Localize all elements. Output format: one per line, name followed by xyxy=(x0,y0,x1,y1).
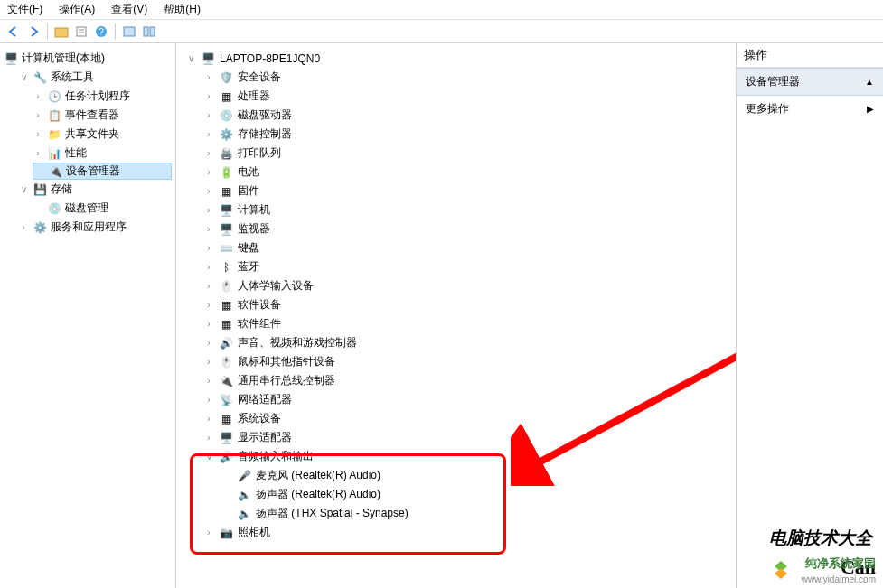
properties-icon[interactable] xyxy=(73,23,89,40)
collapse-icon[interactable]: ∨ xyxy=(18,184,29,194)
expand-icon[interactable]: › xyxy=(203,262,214,272)
device-icon: 💿 xyxy=(219,108,233,123)
dev-item[interactable]: ›🖱️人体学输入设备 xyxy=(203,276,736,295)
tree-services[interactable]: ›⚙️服务和应用程序 xyxy=(18,218,172,237)
collapse-icon[interactable]: ∨ xyxy=(18,72,29,82)
device-icon: ▦ xyxy=(219,412,233,426)
tree-root[interactable]: 🖥️计算机管理(本地) xyxy=(4,49,172,68)
dev-item[interactable]: ›💿磁盘驱动器 xyxy=(203,106,736,125)
back-icon[interactable] xyxy=(5,23,22,40)
dev-item[interactable]: ›🛡️安全设备 xyxy=(203,68,736,87)
expand-icon[interactable]: › xyxy=(203,338,214,348)
device-icon: ▦ xyxy=(219,298,233,313)
label: 电池 xyxy=(238,164,259,180)
label: 安全设备 xyxy=(238,70,281,85)
expand-icon[interactable]: › xyxy=(33,129,43,139)
collapse-icon[interactable]: ∨ xyxy=(185,53,196,63)
forward-icon[interactable] xyxy=(25,23,42,40)
dev-root[interactable]: ∨🖥️LAPTOP-8PE1JQN0 xyxy=(185,49,736,68)
tree-tasksched[interactable]: ›🕒任务计划程序 xyxy=(33,87,172,106)
expand-icon[interactable]: › xyxy=(203,224,214,234)
label: 音频输入和输出 xyxy=(238,449,314,464)
tree-devmgr-selected[interactable]: 🔌设备管理器 xyxy=(33,163,172,180)
dev-item[interactable]: ›▦固件 xyxy=(203,182,736,201)
tree-shared[interactable]: ›📁共享文件夹 xyxy=(33,125,172,144)
expand-icon[interactable]: › xyxy=(203,357,214,367)
expand-icon[interactable]: › xyxy=(203,243,214,253)
storage-icon: 💾 xyxy=(33,182,47,197)
expand-icon[interactable]: › xyxy=(33,91,43,101)
menu-help[interactable]: 帮助(H) xyxy=(164,2,201,17)
expand-icon[interactable]: › xyxy=(203,376,214,386)
tree-eventviewer[interactable]: ›📋事件查看器 xyxy=(33,106,172,125)
dev-item[interactable]: ›🖥️计算机 xyxy=(203,201,736,219)
menu-view[interactable]: 查看(V) xyxy=(111,2,147,17)
device-icon: 🔊 xyxy=(219,336,233,350)
menu-file[interactable]: 文件(F) xyxy=(7,2,42,17)
device-icon: ▦ xyxy=(219,89,233,104)
tree-storage[interactable]: ∨💾存储 xyxy=(18,180,172,199)
dev-item[interactable]: ›🖱️鼠标和其他指针设备 xyxy=(203,352,736,371)
tree-systools[interactable]: ∨🔧系统工具 xyxy=(18,68,172,87)
folder-icon[interactable] xyxy=(53,23,70,40)
dev-item[interactable]: ›▦处理器 xyxy=(203,87,736,106)
expand-icon[interactable]: › xyxy=(203,91,214,101)
expand-icon[interactable]: › xyxy=(203,433,214,443)
label: 事件查看器 xyxy=(65,107,119,123)
dev-item[interactable]: ›▦软件设备 xyxy=(203,295,736,314)
expand-icon[interactable]: › xyxy=(203,395,214,405)
expand-icon[interactable]: › xyxy=(203,205,214,215)
dev-item[interactable]: ›🔋电池 xyxy=(203,163,736,182)
tree-diskmgmt[interactable]: 💿磁盘管理 xyxy=(33,199,172,218)
tree-perf[interactable]: ›📊性能 xyxy=(33,144,172,163)
expand-icon[interactable]: › xyxy=(203,148,214,158)
dev-mic[interactable]: 🎤麦克风 (Realtek(R) Audio) xyxy=(221,466,736,485)
dev-item[interactable]: ›ᛒ蓝牙 xyxy=(203,257,736,276)
device-tree[interactable]: ∨🖥️LAPTOP-8PE1JQN0 ›🛡️安全设备›▦处理器›💿磁盘驱动器›⚙… xyxy=(176,43,736,547)
expand-icon[interactable]: › xyxy=(203,319,214,329)
dev-audio[interactable]: ∨🔊音频输入和输出 xyxy=(203,447,736,466)
dev-item[interactable]: ›▦软件组件 xyxy=(203,314,736,333)
dev-item[interactable]: ›🔌通用串行总线控制器 xyxy=(203,371,736,390)
dev-item[interactable]: ›▦系统设备 xyxy=(203,409,736,428)
svg-rect-1 xyxy=(77,27,86,36)
expand-icon[interactable]: › xyxy=(203,300,214,310)
dev-speaker1[interactable]: 🔈扬声器 (Realtek(R) Audio) xyxy=(221,485,736,504)
actions-section[interactable]: 设备管理器▲ xyxy=(737,68,883,96)
help-icon[interactable]: ? xyxy=(93,23,109,40)
view2-icon[interactable] xyxy=(141,23,157,40)
clock-icon: 🕒 xyxy=(47,89,61,104)
expand-icon[interactable]: › xyxy=(203,72,214,82)
dev-item[interactable]: ›🖥️显示适配器 xyxy=(203,428,736,447)
dev-item[interactable]: ›⌨️键盘 xyxy=(203,238,736,257)
dev-speaker2[interactable]: 🔈扬声器 (THX Spatial - Synapse) xyxy=(221,504,736,523)
expand-icon[interactable]: › xyxy=(203,110,214,120)
dev-item[interactable]: ›🔊声音、视频和游戏控制器 xyxy=(203,333,736,352)
dev-item[interactable]: ›⚙️存储控制器 xyxy=(203,125,736,144)
expand-icon[interactable]: › xyxy=(203,414,214,424)
dev-item[interactable]: ›🖨️打印队列 xyxy=(203,144,736,163)
dev-camera[interactable]: ›📷照相机 xyxy=(203,523,736,542)
expand-icon[interactable]: › xyxy=(203,281,214,291)
expand-icon[interactable]: › xyxy=(33,148,43,158)
actions-more[interactable]: 更多操作▶ xyxy=(737,96,883,122)
expand-icon[interactable]: › xyxy=(18,222,29,232)
right-pane: 操作 设备管理器▲ 更多操作▶ xyxy=(737,43,883,588)
dev-item[interactable]: ›🖥️监视器 xyxy=(203,219,736,238)
dev-item[interactable]: ›📡网络适配器 xyxy=(203,390,736,409)
expand-icon[interactable]: › xyxy=(203,167,214,177)
label: 麦克风 (Realtek(R) Audio) xyxy=(256,468,380,483)
expand-icon[interactable]: › xyxy=(203,129,214,139)
label: 鼠标和其他指针设备 xyxy=(238,354,335,369)
services-icon: ⚙️ xyxy=(33,220,47,235)
collapse-icon[interactable]: ∨ xyxy=(203,452,214,462)
label: 声音、视频和游戏控制器 xyxy=(238,335,357,350)
menu-action[interactable]: 操作(A) xyxy=(59,2,95,17)
view1-icon[interactable] xyxy=(121,23,137,40)
expand-icon[interactable]: › xyxy=(203,186,214,196)
actions-header: 操作 xyxy=(737,43,883,68)
left-tree[interactable]: 🖥️计算机管理(本地) ∨🔧系统工具 ›🕒任务计划程序 ›📋事件查看器 ›📁共享… xyxy=(4,49,172,237)
expand-icon[interactable]: › xyxy=(33,110,43,120)
watermark-text1: 电脑技术大全 xyxy=(769,527,872,550)
expand-icon[interactable]: › xyxy=(203,527,214,537)
